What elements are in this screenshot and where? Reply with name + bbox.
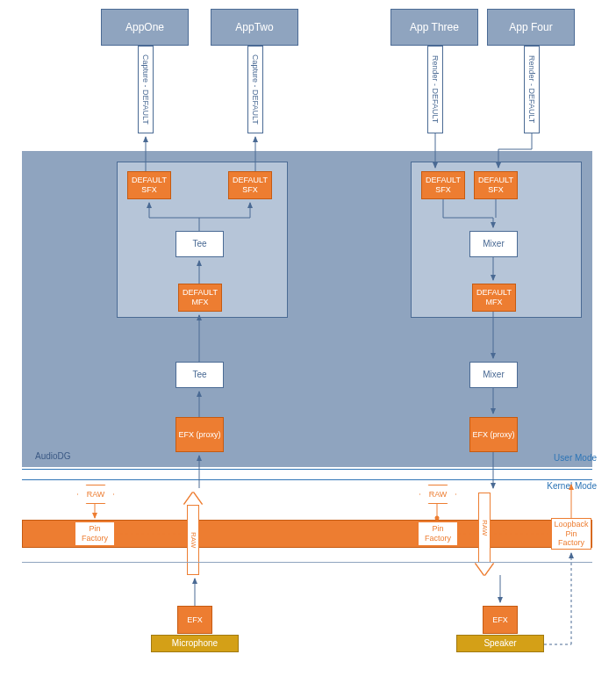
- efx-proxy-right-label: EFX (proxy): [472, 430, 514, 440]
- mixer-inner-label: Mixer: [483, 239, 504, 249]
- pin-factory-left-label: Pin Factory: [75, 524, 114, 543]
- user-mode-label: User Mode: [544, 453, 597, 463]
- raw-arrow-right: RAW: [478, 493, 491, 563]
- loopback-pin-factory: Loopback Pin Factory: [551, 518, 591, 550]
- sfx-left-2: DEFAULT SFX: [228, 171, 272, 199]
- kernel-mode-boundary: [22, 479, 592, 480]
- pin-factory-left: Pin Factory: [75, 521, 115, 546]
- efx-proxy-right: EFX (proxy): [469, 417, 518, 452]
- app-two-box: AppTwo: [211, 9, 298, 46]
- tee-inner: Tee: [175, 231, 224, 257]
- speaker-label: Speaker: [483, 638, 516, 649]
- capture-two: Capture - DEFAULT: [247, 46, 263, 133]
- kernel-mode-label: Kernel Mode: [544, 481, 597, 491]
- driver-boundary: [22, 562, 592, 563]
- raw-arrow-left-label: RAW: [190, 532, 197, 548]
- tee-outer: Tee: [175, 362, 224, 388]
- tee-inner-label: Tee: [192, 239, 206, 249]
- app-two-label: AppTwo: [235, 21, 273, 33]
- pin-factory-right-label: Pin Factory: [419, 524, 457, 543]
- mfx-right: DEFAULT MFX: [472, 284, 516, 312]
- capture-one-label: Capture - DEFAULT: [141, 54, 151, 125]
- app-three-box: App Three: [390, 9, 478, 46]
- mixer-outer: Mixer: [469, 362, 518, 388]
- sfx-right-2: DEFAULT SFX: [474, 171, 518, 199]
- sfx-right-1: DEFAULT SFX: [421, 171, 465, 199]
- render-one: Render - DEFAULT: [427, 46, 443, 133]
- audiodg-label: AudioDG: [35, 451, 71, 461]
- mfx-left-label: DEFAULT MFX: [179, 288, 221, 307]
- mixer-inner: Mixer: [469, 231, 518, 257]
- mixer-outer-label: Mixer: [483, 370, 504, 380]
- sfx-left-1-label: DEFAULT SFX: [128, 176, 170, 195]
- app-one-label: AppOne: [125, 21, 164, 33]
- app-one-box: AppOne: [101, 9, 189, 46]
- raw-hex-right-label: RAW: [429, 490, 448, 499]
- sfx-right-2-label: DEFAULT SFX: [475, 176, 517, 195]
- mfx-right-label: DEFAULT MFX: [473, 288, 515, 307]
- render-two-label: Render - DEFAULT: [527, 55, 537, 123]
- efx-right-label: EFX: [492, 615, 508, 625]
- speaker-box: Speaker: [456, 635, 544, 652]
- capture-two-label: Capture - DEFAULT: [251, 54, 261, 125]
- microphone-box: Microphone: [151, 635, 239, 652]
- raw-arrow-left: RAW: [187, 505, 199, 575]
- raw-arrow-right-head: [476, 563, 493, 575]
- user-mode-boundary: [22, 469, 592, 470]
- app-four-label: App Four: [509, 21, 552, 33]
- tee-outer-label: Tee: [192, 370, 206, 380]
- app-three-label: App Three: [410, 21, 459, 33]
- app-four-box: App Four: [487, 9, 575, 46]
- render-one-label: Render - DEFAULT: [431, 55, 441, 123]
- render-two: Render - DEFAULT: [524, 46, 540, 133]
- mfx-left: DEFAULT MFX: [178, 284, 222, 312]
- efx-left: EFX: [177, 606, 212, 634]
- efx-right: EFX: [483, 606, 518, 634]
- capture-one: Capture - DEFAULT: [138, 46, 154, 133]
- sfx-right-1-label: DEFAULT SFX: [422, 176, 464, 195]
- raw-arrow-left-head: [184, 493, 202, 505]
- efx-proxy-left-label: EFX (proxy): [178, 430, 220, 440]
- efx-left-label: EFX: [187, 615, 203, 625]
- raw-hex-left-label: RAW: [87, 490, 105, 499]
- sfx-left-2-label: DEFAULT SFX: [229, 176, 271, 195]
- loopback-label: Loopback Pin Factory: [552, 520, 591, 548]
- pin-factory-right: Pin Factory: [418, 521, 458, 546]
- efx-proxy-left: EFX (proxy): [175, 417, 224, 452]
- raw-hex-left: RAW: [77, 485, 114, 504]
- raw-hex-right: RAW: [419, 485, 456, 504]
- raw-arrow-right-label: RAW: [481, 520, 489, 536]
- microphone-label: Microphone: [172, 638, 218, 649]
- sfx-left-1: DEFAULT SFX: [127, 171, 171, 199]
